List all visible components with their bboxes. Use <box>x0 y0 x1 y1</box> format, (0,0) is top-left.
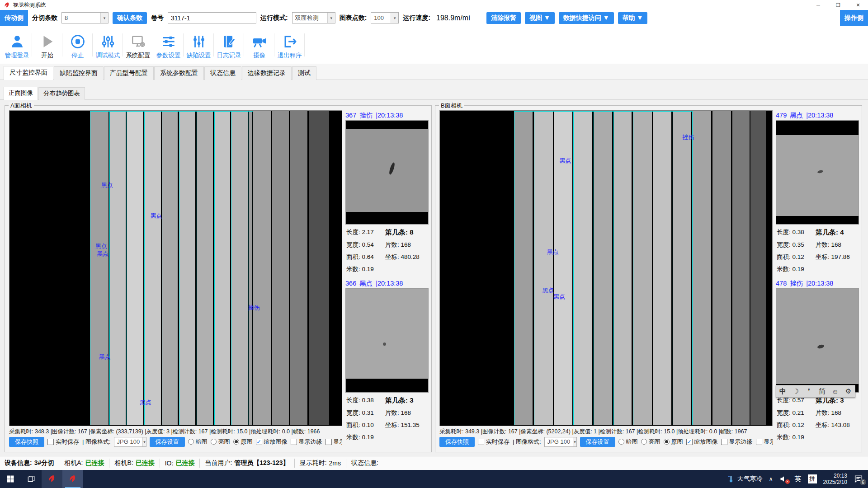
maximize-button[interactable]: ❐ <box>828 0 848 10</box>
tab-status-info[interactable]: 状态信息 <box>204 66 241 80</box>
scale-image-checkbox[interactable]: ✓ <box>256 439 262 445</box>
drive-side-button[interactable]: 传动侧 <box>0 10 28 26</box>
bright-image-radio[interactable] <box>211 439 217 445</box>
system-config-button[interactable]: 系统配置 <box>123 26 153 64</box>
chevron-down-icon[interactable]: ▾ <box>100 13 108 23</box>
start-button[interactable]: 开始 <box>32 26 62 64</box>
user-icon <box>9 34 25 49</box>
clear-alarm-button[interactable]: 清除报警 <box>486 12 521 24</box>
top-toolbar: 传动侧 分切条数 8 ▾ 确认条数 卷号 运行模式: 双面检测 ▾ 图表点数: … <box>0 10 868 26</box>
chart-points-select[interactable]: 100 ▾ <box>371 12 399 23</box>
subtab-trend-chart[interactable]: 分布趋势图表 <box>38 87 85 100</box>
original-image-radio[interactable] <box>233 439 239 445</box>
show-edge-checkbox[interactable] <box>291 439 297 445</box>
tab-edge-data-record[interactable]: 边缘数据记录 <box>242 66 292 80</box>
chevron-down-icon[interactable]: ▾ <box>573 437 576 446</box>
capture-button[interactable]: 摄像 <box>244 26 274 64</box>
confirm-count-button[interactable]: 确认条数 <box>113 12 147 24</box>
start-button[interactable] <box>0 470 21 488</box>
taskbar-app-button[interactable] <box>42 470 62 488</box>
original-image-radio[interactable] <box>664 439 670 445</box>
data-quick-access-menu-button[interactable]: 数据快捷访问 ▼ <box>559 12 614 24</box>
save-snapshot-button[interactable]: 保存快照 <box>439 437 475 447</box>
exit-program-button[interactable]: 退出程序 <box>274 26 305 64</box>
monitor-gear-icon <box>131 34 146 49</box>
notification-center-button[interactable]: 6 <box>854 474 863 484</box>
panel-a: A面相机 黑点黑点黑点黑点挫伤黑点黑点 采集耗时: 348.3 |图像计数: 1… <box>5 105 432 452</box>
bright-image-radio[interactable] <box>641 439 647 445</box>
roll-number-input[interactable] <box>168 12 256 23</box>
subtab-front-image[interactable]: 正面图像 <box>4 87 38 100</box>
defect-thumb[interactable] <box>776 120 859 225</box>
camera-b-image: 挫伤黑点黑点黑点黑点 <box>439 110 773 426</box>
defect-thumb[interactable] <box>776 288 859 393</box>
save-settings-button[interactable]: 保存设置 <box>580 437 615 447</box>
stop-button[interactable]: 停止 <box>62 26 93 64</box>
chevron-down-icon[interactable]: ▾ <box>391 13 398 23</box>
defect-thumb[interactable] <box>345 288 429 393</box>
tab-size-monitor[interactable]: 尺寸监控界面 <box>4 66 53 80</box>
app-statusbar: 设备信息:3#分切 相机A:已连接 相机B:已连接 IO:已连接 当前用户:管理… <box>0 456 868 470</box>
image-format-select[interactable]: JPG 100 ▾ <box>114 437 146 447</box>
tab-product-model-config[interactable]: 产品型号配置 <box>104 66 154 80</box>
defect-card: 367 挫伤 |20:13:38 长度: 2.17 第几条: 8 宽度: 0.5… <box>345 110 429 273</box>
ime-chinese-mode-button[interactable]: 中 <box>776 385 789 397</box>
ime-punctuation-icon[interactable]: ❜ <box>802 385 816 397</box>
camera-b-connected: 已连接 <box>136 459 155 467</box>
image-format-select[interactable]: JPG 100 ▾ <box>544 437 577 447</box>
panel-a-title: A面相机 <box>9 102 34 110</box>
dark-image-radio[interactable] <box>618 439 624 445</box>
minimize-button[interactable]: ─ <box>808 0 828 10</box>
chevron-down-icon[interactable]: ▾ <box>327 13 335 23</box>
slit-count-select[interactable]: 8 ▾ <box>61 12 108 23</box>
help-menu-button[interactable]: 帮助 ▼ <box>618 12 648 24</box>
task-view-button[interactable] <box>21 470 42 488</box>
ime-mode-indicator[interactable]: 拼 <box>808 474 817 483</box>
run-mode-select[interactable]: 双面检测 ▾ <box>292 12 335 23</box>
defect-settings-button[interactable]: 缺陷设置 <box>184 26 214 64</box>
strip-divider-line <box>249 111 249 425</box>
ime-settings-icon[interactable]: ⚙ <box>842 385 855 397</box>
tab-system-param-config[interactable]: 系统参数配置 <box>154 66 204 80</box>
close-button[interactable]: ✕ <box>848 0 868 10</box>
chevron-down-icon[interactable]: ▾ <box>142 437 146 446</box>
clock[interactable]: 20:13 2025/2/10 <box>823 473 847 485</box>
ime-emoji-icon[interactable]: ☺ <box>829 385 842 397</box>
debug-mode-button[interactable]: 调试模式 <box>93 26 123 64</box>
image-format-label: | 图像格式: <box>82 438 111 446</box>
taskbar-app-button-active[interactable] <box>62 470 83 488</box>
run-mode-label: 运行模式: <box>260 14 288 22</box>
scale-image-checkbox[interactable]: ✓ <box>686 439 693 445</box>
weather-widget[interactable]: 天气寒冷 <box>727 475 763 483</box>
dark-image-radio[interactable] <box>188 439 194 445</box>
ime-fullwidth-icon[interactable]: ☽ <box>789 385 802 397</box>
defect-card: 479 黑点 |20:13:38 长度: 0.38 第几条: 4 宽度: 0.3… <box>776 110 859 273</box>
parameter-settings-button[interactable]: 参数设置 <box>153 26 184 64</box>
defect-spot <box>817 344 825 349</box>
save-snapshot-button[interactable]: 保存快照 <box>9 437 44 447</box>
play-icon <box>40 34 55 49</box>
language-indicator[interactable]: 英 <box>795 475 802 483</box>
camera-a-connected: 已连接 <box>85 459 104 467</box>
view-menu-button[interactable]: 视图 ▼ <box>525 12 555 24</box>
realtime-save-checkbox[interactable] <box>478 439 484 445</box>
tab-defect-monitor[interactable]: 缺陷监控界面 <box>54 66 104 80</box>
tray-overflow-chevron[interactable]: ∧ <box>769 476 773 482</box>
volume-muted-icon[interactable]: ✕ <box>779 474 788 483</box>
admin-login-button[interactable]: 管理登录 <box>2 26 32 64</box>
show-edge-checkbox[interactable] <box>721 439 727 445</box>
show-count-checkbox[interactable] <box>756 439 762 445</box>
realtime-save-checkbox[interactable] <box>47 439 54 445</box>
image-format-label: | 图像格式: <box>513 438 541 446</box>
defect-header: 366 黑点 |20:13:38 <box>345 278 429 288</box>
save-settings-button[interactable]: 保存设置 <box>150 437 185 447</box>
film-strip <box>290 111 307 425</box>
camera-a-image: 黑点黑点黑点黑点挫伤黑点黑点 <box>9 110 342 426</box>
ime-simplified-button[interactable]: 简 <box>816 385 829 397</box>
defect-thumb[interactable] <box>345 120 429 225</box>
show-count-checkbox[interactable] <box>326 439 332 445</box>
log-record-button[interactable]: 日志记录 <box>214 26 244 64</box>
operator-side-button[interactable]: 操作侧 <box>840 10 868 26</box>
tab-test[interactable]: 测试 <box>292 66 316 80</box>
strip-divider-line <box>653 111 653 425</box>
